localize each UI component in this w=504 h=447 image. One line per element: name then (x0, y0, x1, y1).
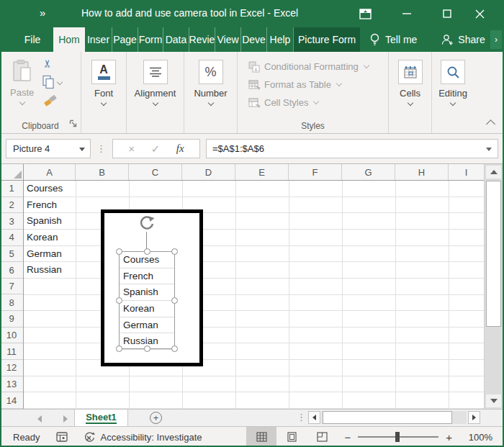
font-dropdown-chevron[interactable] (101, 100, 107, 106)
name-box[interactable]: Picture 4 (6, 139, 91, 158)
scroll-up-button[interactable] (486, 166, 501, 179)
resize-handle-top-center[interactable] (144, 248, 150, 255)
row-header-7[interactable]: 7 (0, 279, 23, 295)
page-break-preview-button[interactable] (307, 427, 337, 447)
enter-button[interactable]: ✓ (151, 143, 161, 155)
cell-a4[interactable]: Korean (27, 230, 58, 246)
quick-access-overflow-icon[interactable]: » (40, 6, 44, 19)
previous-sheet-button[interactable] (37, 415, 42, 423)
scroll-left-button[interactable] (308, 411, 320, 424)
cell-a2[interactable]: French (27, 197, 57, 214)
format-painter-button[interactable] (43, 94, 58, 109)
row-header-5[interactable]: 5 (0, 246, 23, 263)
zoom-level[interactable]: 100% (459, 432, 492, 443)
tab-review[interactable]: Revie (189, 27, 215, 52)
font-group-button[interactable]: A Font (81, 52, 126, 105)
zoom-slider[interactable] (358, 436, 438, 438)
zoom-out-button[interactable]: − (337, 431, 358, 443)
cell-grid[interactable]: Courses French Spanish Korean German Rus… (24, 181, 484, 409)
resize-handle-top-right[interactable] (171, 248, 178, 255)
close-button[interactable] (465, 0, 494, 27)
column-header-d[interactable]: D (182, 164, 235, 180)
accessibility-status[interactable]: Accessibility: Investigate (84, 432, 202, 443)
conditional-formatting-button[interactable]: Conditional Formatting (238, 58, 388, 76)
column-header-c[interactable]: C (129, 164, 182, 180)
row-header-6[interactable]: 6 (0, 262, 23, 279)
resize-handle-bottom-left[interactable] (116, 346, 122, 352)
normal-view-button[interactable] (246, 427, 276, 447)
paste-dropdown-chevron[interactable] (19, 99, 24, 105)
row-header-12[interactable]: 12 (0, 360, 23, 376)
vertical-scrollbar-thumb[interactable] (486, 181, 501, 327)
resize-handle-middle-right[interactable] (171, 297, 178, 304)
scroll-right-button[interactable] (468, 411, 480, 424)
scroll-down-button[interactable] (486, 394, 501, 407)
resize-handle-top-left[interactable] (116, 248, 122, 255)
select-all-corner[interactable] (0, 164, 24, 180)
cells-dropdown-chevron[interactable] (407, 100, 413, 106)
editing-dropdown-chevron[interactable] (450, 100, 456, 106)
cell-a5[interactable]: German (27, 246, 62, 263)
column-header-e[interactable]: E (235, 164, 289, 180)
cells-group-button[interactable]: Cells (389, 52, 431, 105)
editing-group-button[interactable]: Editing (432, 52, 474, 105)
number-dropdown-chevron[interactable] (207, 100, 213, 106)
vertical-scrollbar[interactable] (484, 164, 504, 409)
row-header-4[interactable]: 4 (0, 230, 23, 246)
resize-handle-bottom-right[interactable] (171, 346, 178, 352)
tell-me-box[interactable]: Tell me (370, 27, 417, 52)
next-sheet-button[interactable] (63, 415, 68, 423)
ribbon-scroll-right-button[interactable]: › (490, 30, 502, 49)
tab-picture-format[interactable]: Picture Form (293, 27, 360, 52)
row-header-10[interactable]: 10 (0, 328, 23, 344)
minimize-button[interactable] (392, 0, 421, 27)
resize-handle-bottom-center[interactable] (144, 346, 150, 352)
copy-dropdown-chevron[interactable] (57, 79, 63, 85)
page-layout-view-button[interactable] (276, 427, 307, 447)
formula-bar-expand-icon[interactable] (486, 148, 492, 151)
tab-data[interactable]: Data (163, 27, 189, 52)
alignment-group-button[interactable]: Alignment (127, 52, 184, 105)
insert-function-button[interactable]: fx (176, 143, 184, 155)
cell-styles-button[interactable]: Cell Styles (238, 94, 388, 112)
column-header-g[interactable]: G (342, 164, 395, 180)
column-header-f[interactable]: F (289, 164, 342, 180)
copy-button[interactable] (42, 75, 62, 89)
row-header-9[interactable]: 9 (0, 311, 23, 328)
collapse-ribbon-chevron[interactable] (486, 119, 495, 129)
formula-bar-splitter-icon[interactable]: ⋮ (96, 143, 107, 154)
tab-bar-splitter-icon[interactable]: ⋮ (297, 412, 306, 423)
row-header-11[interactable]: 11 (0, 343, 23, 360)
tab-help[interactable]: Help (266, 27, 293, 52)
cancel-button[interactable]: × (128, 143, 135, 155)
share-button[interactable]: Share (441, 27, 485, 52)
zoom-slider-thumb[interactable] (395, 432, 400, 442)
tab-insert[interactable]: Inser (85, 27, 112, 52)
macro-record-icon[interactable] (56, 432, 68, 442)
horizontal-scrollbar-thumb[interactable] (323, 411, 452, 424)
cut-icon[interactable]: ✂ (41, 59, 54, 68)
cell-a6[interactable]: Russian (27, 262, 62, 279)
resize-handle-middle-left[interactable] (116, 297, 122, 304)
row-header-3[interactable]: 3 (0, 213, 23, 230)
row-header-2[interactable]: 2 (0, 197, 23, 214)
name-box-dropdown-icon[interactable] (79, 148, 85, 151)
tab-formulas[interactable]: Form (138, 27, 163, 52)
cell-a3[interactable]: Spanish (27, 213, 62, 230)
rotation-handle-icon[interactable] (138, 215, 156, 233)
zoom-in-button[interactable]: + (438, 431, 459, 443)
tab-view[interactable]: View (215, 27, 240, 52)
column-header-a[interactable]: A (24, 164, 76, 180)
tab-file[interactable]: File (12, 27, 53, 52)
formula-input[interactable]: =$A$1:$A$6 (206, 139, 498, 158)
sheet-tab-sheet1[interactable]: Sheet1 (74, 410, 128, 426)
alignment-dropdown-chevron[interactable] (152, 100, 158, 106)
camera-picture-selection[interactable]: Courses French Spanish Korean German Rus… (119, 251, 175, 349)
row-header-8[interactable]: 8 (0, 294, 23, 311)
row-header-1[interactable]: 1 (0, 181, 23, 197)
column-header-h[interactable]: H (395, 164, 449, 180)
column-header-b[interactable]: B (76, 164, 129, 180)
format-as-table-button[interactable]: Format as Table (238, 76, 388, 94)
ribbon-display-options-button[interactable] (351, 0, 379, 27)
tab-developer[interactable]: Deve (240, 27, 266, 52)
